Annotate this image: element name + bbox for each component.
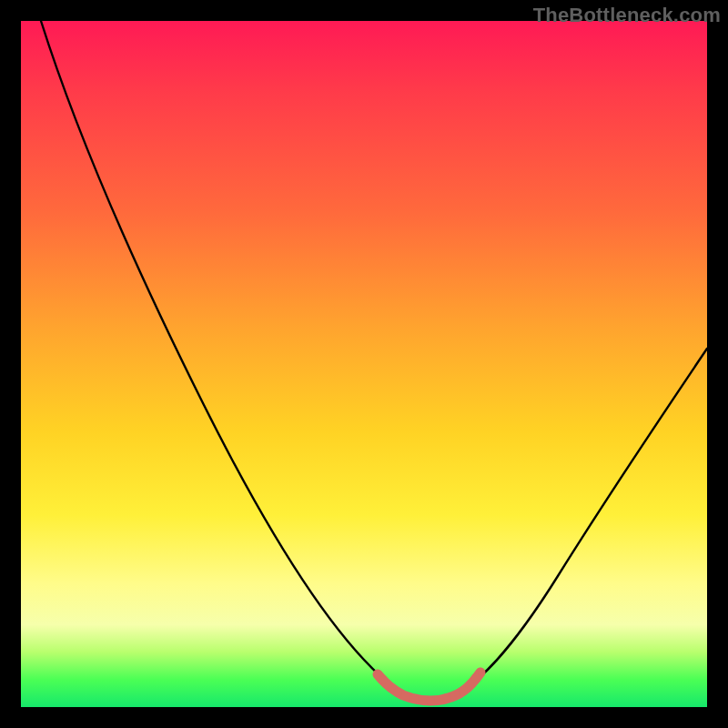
chart-curves-layer (21, 21, 707, 707)
watermark-text: TheBottleneck.com (533, 4, 721, 27)
bottleneck-curve (41, 21, 707, 699)
svg-point-6 (471, 673, 480, 682)
svg-point-3 (426, 696, 435, 705)
chart-stage: TheBottleneck.com (0, 0, 728, 728)
svg-point-2 (410, 694, 419, 703)
svg-point-1 (393, 688, 402, 697)
svg-point-5 (459, 686, 468, 695)
svg-point-4 (442, 693, 451, 703)
svg-point-0 (379, 675, 388, 684)
